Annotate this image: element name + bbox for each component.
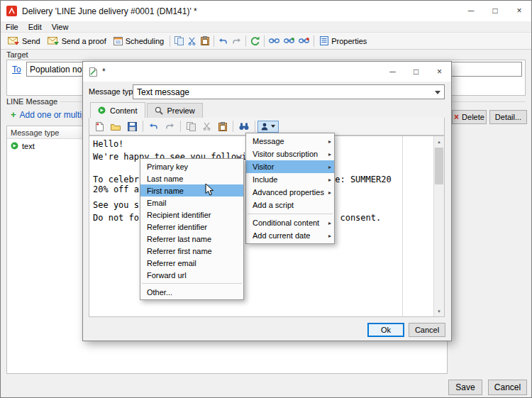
scroll-down-button[interactable]: ▼: [434, 306, 444, 316]
tab-preview-label: Preview: [167, 106, 195, 115]
send-button[interactable]: Send: [4, 35, 44, 47]
editor-redo-button[interactable]: [162, 121, 178, 132]
submenu-arrow-icon: ▸: [328, 220, 331, 226]
insert-field-button[interactable]: [257, 121, 279, 133]
scroll-down-icon: ▼: [437, 309, 441, 314]
link-add-button[interactable]: [282, 36, 297, 45]
submenu-arrow-icon: ▸: [328, 233, 331, 239]
text-type-icon: [11, 142, 18, 150]
maximize-icon: □: [492, 6, 497, 16]
delete-button[interactable]: × Delete: [452, 110, 487, 124]
close-button[interactable]: ×: [507, 1, 531, 21]
toolbar-separator: [264, 35, 265, 47]
detail-label: Detail...: [495, 113, 521, 121]
menu-item-label: Include: [253, 175, 277, 184]
dialog-cancel-button[interactable]: Cancel: [409, 323, 445, 337]
copy-icon: [174, 36, 184, 45]
tab-content[interactable]: Content: [90, 102, 145, 118]
cancel-button[interactable]: Cancel: [488, 380, 527, 395]
dialog-title: *: [102, 67, 106, 77]
submenu-arrow-icon: ▸: [328, 189, 331, 196]
dialog-icon: [89, 67, 98, 77]
menu-item-label: Visitor subscription: [253, 150, 318, 158]
menu-item-primary-key[interactable]: Primary key: [140, 160, 243, 172]
menu-item-label: Referrer identifier: [147, 223, 207, 231]
menu-edit[interactable]: Edit: [23, 23, 47, 31]
menu-item-last-name[interactable]: Last name: [140, 172, 243, 184]
menu-item-label: Referrer first name: [147, 247, 212, 255]
open-folder-icon: [111, 123, 121, 131]
menu-item-include[interactable]: Include ▸: [246, 173, 334, 186]
scroll-up-button[interactable]: ▲: [434, 136, 444, 147]
refresh-button[interactable]: [248, 35, 262, 47]
menu-item-visitor-subscription[interactable]: Visitor subscription ▸: [246, 148, 334, 160]
save-content-button[interactable]: [124, 120, 140, 133]
delete-label: Delete: [462, 113, 484, 121]
redo-button[interactable]: [230, 36, 243, 46]
copy-icon: [187, 122, 196, 131]
editor-undo-button[interactable]: [145, 121, 162, 132]
menu-item-referrer-identifier[interactable]: Referrer identifier: [140, 221, 243, 233]
cut-button[interactable]: [186, 35, 199, 47]
send-label: Send: [22, 37, 40, 45]
editor-scrollbar[interactable]: ▲ ▼: [433, 136, 444, 316]
menu-item-recipient-identifier[interactable]: Recipient identifier: [140, 209, 243, 221]
message-type-label: Message type: [89, 87, 137, 96]
message-type-value: Text message: [137, 87, 189, 97]
new-document-button[interactable]: [92, 120, 107, 133]
dialog-minimize-button[interactable]: ─: [381, 62, 404, 81]
window-controls: ─ □ ×: [459, 1, 531, 21]
tab-preview[interactable]: Preview: [147, 103, 203, 118]
menu-item-referrer-first-name[interactable]: Referrer first name: [140, 245, 243, 257]
menu-item-label: Recipient identifier: [147, 211, 211, 219]
paste-button[interactable]: [199, 35, 211, 47]
menu-item-forward-url[interactable]: Forward url: [140, 269, 243, 281]
scroll-thumb[interactable]: [435, 148, 443, 184]
menu-file[interactable]: File: [1, 23, 23, 31]
toolbar-separator: [143, 121, 143, 132]
minimize-button[interactable]: ─: [459, 1, 483, 21]
detail-button[interactable]: Detail...: [489, 110, 527, 124]
editor-copy-button[interactable]: [183, 120, 199, 133]
dialog-close-button[interactable]: ×: [428, 62, 451, 81]
menu-item-first-name[interactable]: First name: [140, 184, 243, 197]
main-titlebar[interactable]: Delivery 'LINE June delivery #0001 (DM14…: [1, 1, 531, 21]
menu-item-add-current-date[interactable]: Add current date ▸: [246, 229, 334, 242]
properties-button[interactable]: Properties: [316, 35, 370, 47]
save-button[interactable]: Save: [448, 380, 482, 395]
menu-item-email[interactable]: Email: [140, 197, 243, 209]
margin-guide-line: [402, 136, 403, 316]
message-type-select[interactable]: Text message: [133, 84, 445, 99]
dialog-maximize-button[interactable]: □: [404, 62, 428, 81]
link-remove-button[interactable]: [297, 36, 311, 45]
menu-item-label: Add current date: [253, 231, 310, 240]
menu-item-referrer-last-name[interactable]: Referrer last name: [140, 233, 243, 245]
menu-item-referrer-email[interactable]: Referrer email: [140, 257, 243, 269]
find-button[interactable]: [235, 121, 253, 133]
undo-button[interactable]: [216, 36, 230, 46]
copy-button[interactable]: [172, 35, 186, 47]
open-button[interactable]: [107, 121, 124, 133]
paste-icon: [218, 122, 227, 131]
editor-paste-button[interactable]: [215, 120, 231, 133]
submenu-arrow-icon: ▸: [328, 164, 331, 170]
menu-item-visitor[interactable]: Visitor ▸: [246, 160, 334, 173]
menu-item-add-a-script[interactable]: Add a script: [246, 199, 334, 211]
send-proof-button[interactable]: Send a proof: [44, 35, 110, 47]
menu-item-conditional-content[interactable]: Conditional content ▸: [246, 216, 334, 229]
link-button[interactable]: [267, 36, 282, 45]
menu-separator: [142, 283, 242, 284]
menu-view[interactable]: View: [47, 23, 74, 31]
save-icon: [128, 122, 137, 131]
to-link[interactable]: To: [12, 65, 21, 74]
menu-item-other[interactable]: Other...: [140, 286, 243, 298]
menu-item-advanced-properties[interactable]: Advanced properties ▸: [246, 186, 334, 199]
maximize-icon: □: [414, 67, 419, 77]
scheduling-button[interactable]: Scheduling: [110, 35, 167, 47]
editor-cut-button[interactable]: [199, 120, 215, 133]
toolbar-separator: [233, 121, 233, 132]
menu-item-message[interactable]: Message ▸: [246, 135, 334, 148]
ok-button[interactable]: Ok: [367, 323, 404, 337]
editor-line: te: SUMMER20: [330, 175, 392, 184]
maximize-button[interactable]: □: [483, 1, 507, 21]
